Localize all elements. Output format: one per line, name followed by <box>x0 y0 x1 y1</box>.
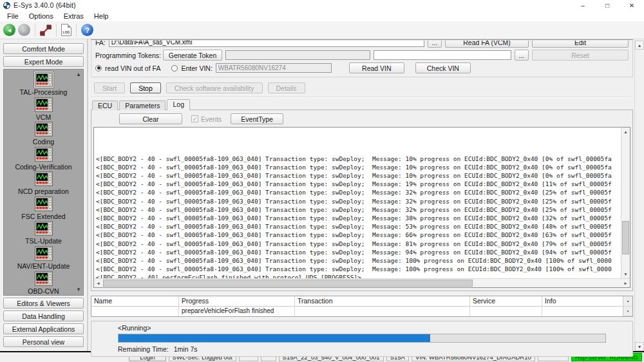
log-line: <[BDC_BODY2 - 40] performEcuFlash finish… <box>96 273 621 278</box>
menu-bar: FileOptionsExtrasHelp <box>0 10 644 21</box>
scroll-up-icon[interactable]: ▲ <box>635 41 644 50</box>
close-button[interactable]: ✕ <box>620 0 644 10</box>
log-text[interactable]: <[BDC_BODY2 - 40 - swfl_00005fa8-109_063… <box>94 128 621 278</box>
log-document-icon[interactable]: LOG <box>61 24 71 36</box>
log-line: <[BDC_BODY2 - 40 - swfl_00005fa8-109_063… <box>96 222 621 231</box>
menu-item[interactable]: Help <box>89 12 114 21</box>
read-vin-button[interactable]: Read VIN <box>349 62 404 73</box>
sidebar-item-label: TAL-Processing <box>20 88 68 96</box>
sidebar-item[interactable]: NAV/ENT-Update <box>4 245 83 271</box>
oscilloscope-icon <box>34 220 53 236</box>
fa-path-input[interactable] <box>109 39 424 47</box>
sidebar-item[interactable]: NCD preparation <box>4 171 83 196</box>
sidebar-section-button[interactable]: Editors & Viewers <box>3 298 84 309</box>
read-vin-out-of-fa-label: read VIN out of FA <box>105 64 160 72</box>
minimize-button[interactable]: – <box>571 0 595 10</box>
stop-button[interactable]: Stop <box>130 82 161 93</box>
sidebar-item[interactable]: TSL-Update <box>4 220 83 245</box>
table-cell-info <box>542 307 623 316</box>
scroll-down-icon[interactable]: ▼ <box>621 270 630 278</box>
read-vin-out-of-fa-radio[interactable] <box>95 65 102 71</box>
edit-fa-button[interactable]: Edit <box>532 39 629 48</box>
fa-browse-button[interactable]: ... <box>428 39 442 48</box>
oscilloscope-icon <box>34 121 53 137</box>
programming-tokens-label: Programming Tokens: <box>95 52 160 59</box>
connect-icon[interactable] <box>40 24 52 36</box>
divider <box>91 97 633 98</box>
window-title: E-Sys 3.40.0 (64bit) <box>14 1 76 9</box>
spin-up-icon[interactable]: ▲ <box>623 296 632 307</box>
sidebar-section-button[interactable]: Personal view <box>3 336 84 347</box>
log-line: <[BDC_BODY2 - 40 - swfl_00005fa8-109_063… <box>96 265 621 273</box>
scroll-right-icon[interactable]: ► <box>621 279 630 287</box>
main-vertical-scrollbar[interactable]: ▲ ▼ <box>634 39 644 351</box>
menu-item[interactable]: Options <box>24 12 59 21</box>
sidebar-item[interactable]: Coding <box>4 121 83 146</box>
token-browse-button[interactable]: ... <box>515 50 529 61</box>
table-cell-progress: prepareVehicleForFlash finished <box>179 307 294 316</box>
app-logo-icon <box>3 2 10 9</box>
sidebar-section-button[interactable]: External Applications <box>3 323 84 334</box>
remaining-time-value: 1min 7s <box>174 345 198 353</box>
sidebar-item-label: VCM <box>36 113 51 121</box>
token-field-2[interactable] <box>374 50 511 60</box>
sidebar-item-label: FSC Extended <box>21 213 65 220</box>
comfort-mode-button[interactable]: Comfort Mode <box>3 43 84 54</box>
column-header-info: Info <box>542 296 623 307</box>
back-icon[interactable]: ◄ <box>3 24 15 36</box>
log-line: <[BDC_BODY2 - 40 - swfl_00005fa8-109_063… <box>96 188 621 196</box>
scroll-down-icon[interactable]: ▼ <box>76 287 81 292</box>
spin-down-icon[interactable]: ▼ <box>623 307 632 317</box>
log-line: <[BDC_BODY2 - 40 - swfl_00005fa8-109_063… <box>96 155 621 163</box>
clear-log-button[interactable]: Clear <box>119 113 182 124</box>
log-horizontal-scrollbar[interactable]: ◄ ► <box>94 278 630 287</box>
tab-ecu[interactable]: ECU <box>92 100 118 110</box>
scrollbar-thumb[interactable] <box>622 221 629 254</box>
log-vertical-scrollbar[interactable]: ▲ ▼ <box>621 128 630 278</box>
scroll-down-icon[interactable]: ▼ <box>635 342 644 351</box>
sidebar-section-button[interactable]: Data Handling <box>3 310 84 321</box>
running-status-label: <Running> <box>118 324 606 332</box>
menu-item[interactable]: Extras <box>59 12 89 21</box>
column-header-transaction: Transaction <box>295 296 469 307</box>
tab-bar: ECU Parameters Log <box>91 99 633 110</box>
fa-label: FA: <box>95 39 106 46</box>
scroll-up-icon[interactable]: ▲ <box>621 128 630 136</box>
expert-mode-button[interactable]: Expert Mode <box>3 56 84 67</box>
log-line: <[BDC_BODY2 - 40 - swfl_00005fa8-109_063… <box>96 248 621 256</box>
log-line: <[BDC_BODY2 - 40 - swfl_00005fa8-109_063… <box>96 231 621 239</box>
log-line: <[BDC_BODY2 - 40 - swfl_00005fa8-109_063… <box>96 240 621 248</box>
sidebar-item[interactable]: OBD-CVN <box>4 271 83 296</box>
enter-vin-radio[interactable] <box>171 65 178 71</box>
log-line: <[BDC_BODY2 - 40 - swfl_00005fa8-109_063… <box>96 214 621 222</box>
oscilloscope-icon <box>34 271 53 287</box>
sidebar-item[interactable]: Coding-Verification <box>4 146 83 171</box>
scroll-up-icon[interactable]: ▲ <box>76 72 81 77</box>
sidebar-item-label: NAV/ENT-Update <box>17 262 70 270</box>
scroll-left-icon[interactable]: ◄ <box>94 279 102 287</box>
sidebar-item[interactable]: TAL-Processing <box>4 71 83 97</box>
sidebar-item-label: OBD-CVN <box>28 287 59 295</box>
maximize-button[interactable]: □ <box>595 0 620 10</box>
read-fa-vcm-button[interactable]: Read FA (VCM) <box>445 39 529 48</box>
menu-item[interactable]: File <box>2 12 24 21</box>
sidebar-item[interactable]: FSC Extended <box>4 196 83 221</box>
scrollbar-thumb[interactable] <box>103 280 473 287</box>
log-controls: Clear ✓ Events EventType <box>93 112 630 127</box>
event-type-button[interactable]: EventType <box>231 113 283 124</box>
tab-parameters[interactable]: Parameters <box>119 100 166 110</box>
check-vin-button[interactable]: Check VIN <box>415 62 471 73</box>
help-icon[interactable]: ? <box>81 24 93 36</box>
log-view: <[BDC_BODY2 - 40 - swfl_00005fa8-109_063… <box>93 127 630 288</box>
table-spinner[interactable]: ▲ ▼ <box>623 296 632 316</box>
column-header-service: Service <box>470 296 542 307</box>
sidebar-item-label: Coding-Verification <box>15 163 71 171</box>
progress-bar-fill <box>118 334 430 342</box>
log-line: <[BDC_BODY2 - 40 - swfl_00005fa8-109_063… <box>96 256 621 265</box>
generate-token-button[interactable]: Generate Token <box>163 50 222 61</box>
oscilloscope-icon <box>34 146 53 162</box>
sidebar-item-label: TSL-Update <box>25 237 62 245</box>
oscilloscope-icon <box>34 196 53 212</box>
sidebar-item[interactable]: VCM <box>4 97 83 122</box>
tab-log[interactable]: Log <box>167 99 190 110</box>
